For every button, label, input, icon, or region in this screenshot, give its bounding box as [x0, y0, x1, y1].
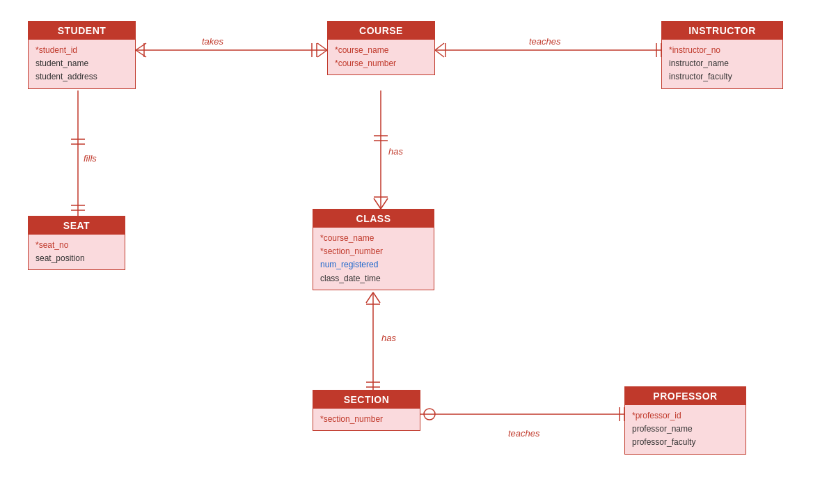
seat-field-1: seat_position: [36, 252, 118, 265]
svg-line-9: [435, 43, 444, 50]
course-field-0: *course_name: [335, 44, 427, 57]
svg-line-26: [366, 292, 373, 303]
class-field-0: *course_name: [320, 232, 427, 245]
svg-point-32: [424, 409, 435, 420]
seat-header: SEAT: [29, 216, 125, 235]
label-teaches-professor: teaches: [508, 428, 540, 439]
section-body: *section_number: [313, 409, 420, 430]
student-body: *student_id student_name student_address: [29, 40, 135, 88]
class-field-3: class_date_time: [320, 272, 427, 285]
instructor-field-1: instructor_name: [669, 57, 775, 70]
svg-line-6: [317, 43, 327, 50]
instructor-field-2: instructor_faculty: [669, 70, 775, 84]
student-field-1: student_name: [36, 57, 128, 70]
label-has-course-class: has: [388, 146, 403, 157]
label-has-class-section: has: [381, 333, 396, 343]
class-field-2: num_registered: [320, 258, 427, 271]
svg-line-22: [374, 198, 381, 209]
label-fills: fills: [84, 153, 97, 164]
entity-section: SECTION *section_number: [313, 390, 420, 431]
entity-professor: PROFESSOR *professor_id professor_name p…: [624, 386, 746, 455]
course-header: COURSE: [328, 22, 434, 40]
class-header: CLASS: [313, 210, 434, 228]
seat-field-0: *seat_no: [36, 239, 118, 252]
professor-field-0: *professor_id: [632, 409, 739, 423]
svg-line-2: [136, 50, 146, 57]
section-header: SECTION: [313, 391, 420, 409]
professor-field-1: professor_name: [632, 423, 739, 436]
label-teaches-instructor: teaches: [529, 36, 561, 47]
svg-line-23: [381, 198, 388, 209]
class-field-1: *section_number: [320, 245, 427, 258]
student-field-0: *student_id: [36, 44, 128, 57]
professor-field-2: professor_faculty: [632, 436, 739, 449]
course-body: *course_name *course_number: [328, 40, 434, 74]
svg-line-10: [435, 50, 444, 57]
professor-header: PROFESSOR: [625, 387, 746, 405]
entity-instructor: INSTRUCTOR *instructor_no instructor_nam…: [661, 21, 783, 89]
svg-line-1: [136, 43, 146, 50]
course-field-1: *course_number: [335, 57, 427, 70]
entity-seat: SEAT *seat_no seat_position: [28, 216, 125, 270]
instructor-body: *instructor_no instructor_name instructo…: [662, 40, 782, 88]
label-takes: takes: [202, 36, 223, 47]
entity-course: COURSE *course_name *course_number: [327, 21, 435, 75]
svg-line-7: [317, 50, 327, 57]
instructor-field-0: *instructor_no: [669, 44, 775, 57]
svg-line-27: [373, 292, 380, 303]
student-header: STUDENT: [29, 22, 135, 40]
section-field-0: *section_number: [320, 413, 413, 426]
entity-student: STUDENT *student_id student_name student…: [28, 21, 136, 89]
student-field-2: student_address: [36, 70, 128, 84]
seat-body: *seat_no seat_position: [29, 235, 125, 269]
entity-class: CLASS *course_name *section_number num_r…: [313, 209, 434, 290]
diagram-container: takes teaches fills has has teaches STUD…: [0, 0, 836, 504]
professor-body: *professor_id professor_name professor_f…: [625, 405, 746, 454]
class-body: *course_name *section_number num_registe…: [313, 228, 434, 290]
instructor-header: INSTRUCTOR: [662, 22, 782, 40]
